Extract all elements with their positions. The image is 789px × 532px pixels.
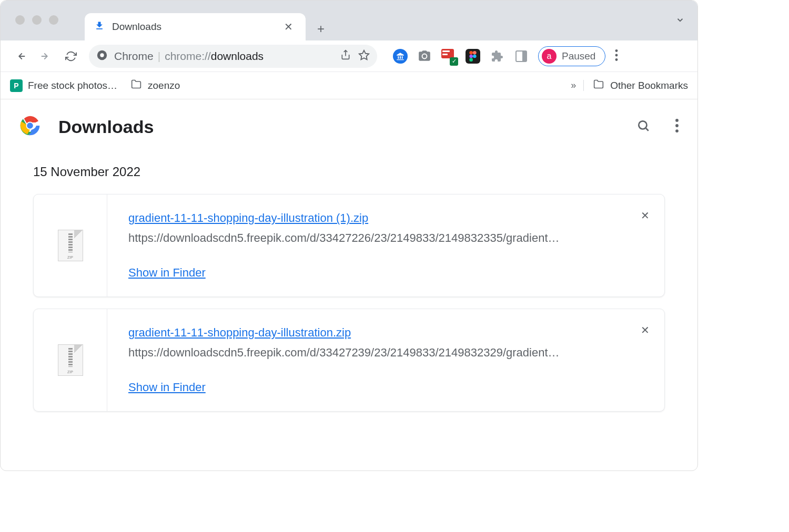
profile-button[interactable]: a Paused <box>538 46 605 66</box>
svg-point-19 <box>675 124 679 127</box>
download-item: ZIP gradient-11-11-shopping-day-illustra… <box>33 309 665 412</box>
share-icon[interactable] <box>340 49 351 63</box>
download-filename-link[interactable]: gradient-11-11-shopping-day-illustration… <box>128 326 351 340</box>
download-url: https://downloadscdn5.freepik.com/d/3342… <box>128 231 643 245</box>
download-url: https://downloadscdn5.freepik.com/d/3342… <box>128 346 643 360</box>
maximize-window-button[interactable] <box>49 15 58 25</box>
toolbar-extensions: ✓ <box>393 49 529 64</box>
extensions-menu-icon[interactable] <box>490 49 504 64</box>
bookmark-star-icon[interactable] <box>358 49 370 63</box>
svg-point-7 <box>469 54 473 58</box>
svg-point-10 <box>615 49 618 52</box>
bookmarks-bar: P Free stock photos… zoenzo » Other Book… <box>1 72 697 99</box>
profile-status: Paused <box>562 50 595 62</box>
downloads-menu-button[interactable] <box>675 119 679 135</box>
bookmark-zoenzo[interactable]: zoenzo <box>130 79 180 92</box>
svg-point-6 <box>473 51 477 55</box>
folder-icon <box>592 79 605 92</box>
extension-express-vpn-icon[interactable]: ✓ <box>441 49 456 64</box>
tab-title: Downloads <box>112 21 274 33</box>
svg-point-5 <box>469 51 473 55</box>
remove-download-button[interactable]: ✕ <box>641 209 650 222</box>
download-item: ZIP gradient-11-11-shopping-day-illustra… <box>33 194 665 297</box>
reload-button[interactable] <box>59 45 83 68</box>
download-file-icon-area: ZIP <box>34 195 107 296</box>
other-bookmarks-button[interactable]: Other Bookmarks <box>592 79 688 92</box>
bookmark-label: zoenzo <box>148 80 180 91</box>
folder-icon <box>130 79 143 92</box>
download-file-icon-area: ZIP <box>34 309 107 411</box>
download-filename-link[interactable]: gradient-11-11-shopping-day-illustration… <box>128 211 368 225</box>
svg-line-17 <box>646 128 649 131</box>
minimize-window-button[interactable] <box>32 15 42 25</box>
new-tab-button[interactable]: + <box>306 17 336 40</box>
page-header: Downloads <box>1 99 697 154</box>
svg-point-8 <box>473 54 477 58</box>
downloads-content: 15 November 2022 ZIP gradient-11-11-shop… <box>1 154 697 434</box>
svg-point-16 <box>639 121 646 129</box>
window-chrome: Downloads ✕ + <box>1 1 697 40</box>
svg-point-3 <box>100 53 104 57</box>
tab-downloads[interactable]: Downloads ✕ <box>85 13 306 40</box>
svg-point-20 <box>675 129 679 132</box>
back-button[interactable] <box>9 45 32 68</box>
browser-menu-button[interactable] <box>608 49 625 63</box>
other-bookmarks-label: Other Bookmarks <box>610 80 688 91</box>
search-downloads-button[interactable] <box>636 119 650 135</box>
pexels-icon: P <box>10 79 23 92</box>
address-scheme: Chrome <box>114 50 154 63</box>
forward-button[interactable] <box>34 45 57 68</box>
zip-file-icon: ZIP <box>58 344 83 376</box>
bookmark-free-stock-photos[interactable]: P Free stock photos… <box>10 79 117 92</box>
traffic-lights <box>15 15 58 25</box>
bookmark-label: Free stock photos… <box>28 80 117 91</box>
extension-institution-icon[interactable] <box>393 49 408 64</box>
download-icon <box>94 21 105 34</box>
chrome-logo-icon <box>19 115 41 138</box>
svg-point-18 <box>675 119 679 122</box>
show-in-finder-link[interactable]: Show in Finder <box>128 381 206 394</box>
date-header: 15 November 2022 <box>33 165 665 179</box>
tabs-dropdown-button[interactable] <box>675 15 685 27</box>
profile-avatar: a <box>542 49 557 64</box>
tab-close-button[interactable]: ✕ <box>281 19 296 34</box>
remove-download-button[interactable]: ✕ <box>641 324 650 336</box>
svg-point-12 <box>615 58 618 61</box>
address-bar[interactable]: Chrome | chrome://downloads <box>89 45 377 68</box>
address-text: Chrome | chrome://downloads <box>114 50 264 63</box>
svg-marker-4 <box>359 50 369 59</box>
svg-point-15 <box>27 122 33 129</box>
bookmarks-overflow-button[interactable]: » <box>571 80 584 91</box>
tab-strip: Downloads ✕ + <box>85 1 336 40</box>
svg-point-11 <box>615 54 618 56</box>
close-window-button[interactable] <box>15 15 25 25</box>
extension-camera-icon[interactable] <box>417 49 432 64</box>
svg-point-9 <box>469 58 473 62</box>
page-title: Downloads <box>58 117 619 137</box>
show-in-finder-link[interactable]: Show in Finder <box>128 266 206 279</box>
side-panel-icon[interactable] <box>514 49 529 64</box>
zip-file-icon: ZIP <box>58 230 83 261</box>
extension-figma-icon[interactable] <box>466 49 480 64</box>
toolbar: Chrome | chrome://downloads <box>1 40 697 72</box>
chrome-icon <box>96 49 108 63</box>
